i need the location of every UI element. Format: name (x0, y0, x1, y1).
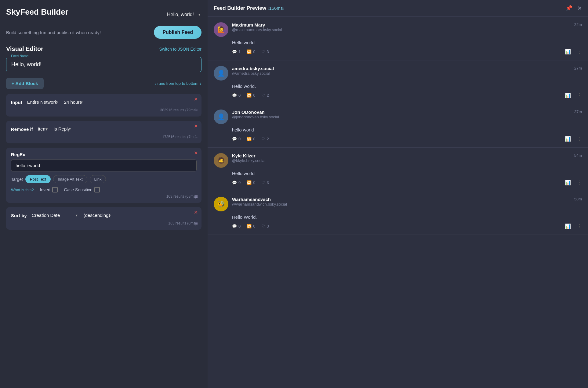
feed-name-wrapper: Feed Name (6, 57, 201, 72)
condition-dropdown-wrapper[interactable]: is Reply (52, 125, 72, 133)
display-name: amedra.bsky.social (232, 66, 274, 71)
feed-selector[interactable]: Hello, world! (165, 10, 201, 19)
sort-block-results: 163 results (0ms) (11, 221, 197, 225)
invert-label: Invert (40, 187, 50, 192)
feed-actions: 💬 0 🔁 0 ♡ 3 📊 ⋮ (214, 180, 582, 185)
feed-item-left: 🧔 Kyle Kilzer @kkyle.bsky.social (214, 153, 265, 168)
regex-block-close[interactable]: ✕ (194, 150, 198, 156)
repost-count: 0 (253, 49, 255, 54)
feed-item-left: 👤 Jon ODonovan @jonodonovan.bsky.social (214, 110, 279, 124)
preview-close-icon[interactable]: ✕ (577, 5, 582, 12)
repost-icon: 🔁 (247, 224, 252, 228)
feed-name-input[interactable] (6, 57, 201, 72)
switch-to-json-link[interactable]: Switch to JSON Editor (159, 47, 202, 52)
like-action[interactable]: ♡ 3 (261, 224, 269, 228)
display-name: Jon ODonovan (232, 110, 279, 115)
chart-icon[interactable]: 📊 (565, 49, 571, 55)
visual-editor-title: Visual Editor (6, 45, 43, 52)
like-action[interactable]: ♡ 3 (261, 49, 269, 54)
chart-icon[interactable]: 📊 (565, 92, 571, 98)
pin-icon[interactable]: 📌 (566, 5, 572, 12)
case-sensitive-label: Case Sensitive (64, 187, 92, 192)
runs-label: ↓ runs from top to bottom ↓ (154, 81, 201, 86)
time-dropdown[interactable]: 24 hours (62, 98, 84, 106)
like-action[interactable]: ♡ 2 (261, 137, 269, 141)
app-title: SkyFeed Builder (6, 7, 68, 17)
user-info: Kyle Kilzer @kkyle.bsky.social (232, 153, 265, 163)
more-icon[interactable]: ⋮ (577, 92, 582, 98)
regex-block-menu[interactable]: ≡ (194, 193, 198, 200)
condition-dropdown[interactable]: is Reply (52, 125, 72, 133)
feed-actions: 💬 0 🔁 0 ♡ 2 📊 ⋮ (214, 136, 582, 142)
sort-block-close[interactable]: ✕ (194, 210, 198, 215)
repost-action[interactable]: 🔁 0 (247, 180, 255, 185)
feed-selector-wrapper[interactable]: Hello, world! (165, 10, 201, 19)
remove-block-close[interactable]: ✕ (194, 123, 198, 129)
feed-item: 🐝 Warhamsandwich @warhamsandwich.bsky.so… (208, 191, 588, 235)
more-icon[interactable]: ⋮ (577, 136, 582, 142)
repost-icon: 🔁 (247, 180, 252, 185)
feed-actions: 💬 0 🔁 0 ♡ 3 📊 ⋮ (214, 223, 582, 229)
preview-header: Feed Builder Preview ‹156ms› 📌 ✕ (208, 0, 588, 17)
sort-field-wrapper[interactable]: Creation Date (30, 211, 79, 219)
network-dropdown[interactable]: Entire Network (25, 98, 59, 106)
network-dropdown-wrapper[interactable]: Entire Network (25, 98, 59, 106)
feed-time: 58m (574, 197, 582, 201)
invert-checkbox[interactable] (52, 187, 58, 192)
repost-count: 0 (253, 224, 255, 228)
repost-action[interactable]: 🔁 0 (247, 93, 255, 98)
more-icon[interactable]: ⋮ (577, 180, 582, 185)
time-dropdown-wrapper[interactable]: 24 hours (62, 98, 84, 106)
reply-action[interactable]: 💬 0 (232, 93, 241, 98)
reply-count: 1 (238, 49, 241, 54)
more-icon[interactable]: ⋮ (577, 223, 582, 229)
more-icon[interactable]: ⋮ (577, 49, 582, 55)
right-panel: Feed Builder Preview ‹156ms› 📌 ✕ 🙋 Maxim… (208, 0, 588, 388)
like-icon: ♡ (261, 224, 265, 228)
chart-icon[interactable]: 📊 (565, 223, 571, 229)
reply-action[interactable]: 💬 0 (232, 137, 241, 141)
sort-order-dropdown[interactable]: (descending) (82, 211, 112, 219)
sort-field-dropdown[interactable]: Creation Date (30, 211, 79, 219)
repost-action[interactable]: 🔁 0 (247, 137, 255, 141)
repost-action[interactable]: 🔁 0 (247, 224, 255, 228)
regex-input[interactable] (11, 160, 197, 171)
reply-action[interactable]: 💬 1 (232, 49, 241, 54)
reply-action[interactable]: 💬 0 (232, 180, 241, 185)
feed-item-header: 🙋 Maximum Mary @maximummary.bsky.social … (214, 22, 582, 37)
what-is-this-link[interactable]: What is this? (11, 188, 34, 192)
feed-item: 👤 Jon ODonovan @jonodonovan.bsky.social … (208, 104, 588, 148)
like-action[interactable]: ♡ 2 (261, 93, 269, 98)
target-post-text[interactable]: Post Text (25, 175, 51, 183)
case-sensitive-option: Case Sensitive (64, 187, 100, 192)
feed-item-header: 🐝 Warhamsandwich @warhamsandwich.bsky.so… (214, 197, 582, 211)
chart-icon[interactable]: 📊 (565, 180, 571, 185)
feed-item-left: 👤 amedra.bsky.social @amedra.bsky.social (214, 66, 274, 81)
remove-block-menu[interactable]: ≡ (194, 134, 198, 140)
sort-block-menu[interactable]: ≡ (194, 220, 198, 227)
input-block-menu[interactable]: ≡ (194, 107, 198, 113)
chart-icon[interactable]: 📊 (565, 136, 571, 142)
feed-name-label: Feed Name (10, 54, 30, 58)
reply-count: 0 (238, 224, 241, 228)
repost-action[interactable]: 🔁 0 (247, 49, 255, 54)
like-icon: ♡ (261, 93, 265, 98)
regex-block-results: 163 results (68ms) (11, 194, 197, 199)
item-dropdown-wrapper[interactable]: Item (36, 125, 49, 133)
like-action[interactable]: ♡ 3 (261, 180, 269, 185)
publish-feed-button[interactable]: Publish Feed (154, 26, 201, 39)
item-dropdown[interactable]: Item (36, 125, 49, 133)
feed-item-left: 🙋 Maximum Mary @maximummary.bsky.social (214, 22, 282, 37)
reply-action[interactable]: 💬 0 (232, 224, 241, 228)
target-link[interactable]: Link (90, 175, 106, 183)
case-sensitive-checkbox[interactable] (94, 187, 100, 192)
feed-item-header: 👤 Jon ODonovan @jonodonovan.bsky.social … (214, 110, 582, 124)
repost-icon: 🔁 (247, 137, 252, 141)
remove-block-row: Remove if Item is Reply (11, 125, 197, 133)
add-block-button[interactable]: + Add Block (6, 78, 44, 89)
feed-content: Hello world. (214, 84, 582, 89)
sort-order-wrapper[interactable]: (descending) (82, 211, 112, 219)
target-image-alt-text[interactable]: Image Alt Text (53, 175, 87, 183)
sort-block-row: Sort by Creation Date (descending) (11, 211, 197, 219)
input-block-close[interactable]: ✕ (194, 96, 198, 102)
